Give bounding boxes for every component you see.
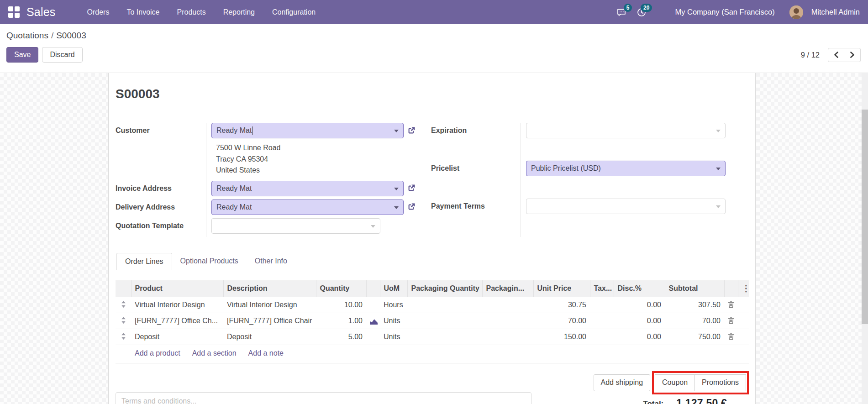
cell-uom[interactable]: Hours xyxy=(380,297,407,313)
cell-description[interactable]: Deposit xyxy=(223,329,316,345)
cell-quantity[interactable]: 5.00 xyxy=(316,329,366,345)
add-shipping-button[interactable]: Add shipping xyxy=(594,374,651,391)
menu-products[interactable]: Products xyxy=(170,1,213,23)
header-unit-price[interactable]: Unit Price xyxy=(533,280,590,297)
chevron-down-icon[interactable] xyxy=(716,168,721,170)
quotation-template-field[interactable] xyxy=(211,218,380,234)
payment-terms-field[interactable] xyxy=(526,199,726,214)
cell-unit-price[interactable]: 150.00 xyxy=(533,329,590,345)
pricelist-field[interactable]: Public Pricelist (USD) xyxy=(526,161,726,176)
cell-discount[interactable]: 0.00 xyxy=(614,313,665,329)
messages-button[interactable]: 5 xyxy=(614,5,629,20)
terms-and-conditions-input[interactable] xyxy=(116,392,531,404)
cell-subtotal[interactable]: 70.00 xyxy=(665,313,724,329)
cell-packaging-quantity[interactable] xyxy=(407,329,482,345)
cell-quantity[interactable]: 10.00 xyxy=(316,297,366,313)
cell-taxes[interactable] xyxy=(590,297,614,313)
header-discount[interactable]: Disc.% xyxy=(614,280,665,297)
header-packaging-quantity[interactable]: Packaging Quantity xyxy=(407,280,482,297)
pager-next-button[interactable] xyxy=(844,48,861,62)
coupon-button[interactable]: Coupon xyxy=(655,374,695,391)
delete-row-icon[interactable] xyxy=(724,329,738,345)
cell-unit-price[interactable]: 30.75 xyxy=(533,297,590,313)
table-row[interactable]: [FURN_7777] Office Ch... [FURN_7777] Off… xyxy=(116,313,749,329)
invoice-address-external-link-icon[interactable] xyxy=(406,184,416,193)
tab-optional-products[interactable]: Optional Products xyxy=(172,253,247,270)
customer-field[interactable]: Ready Mat xyxy=(211,123,404,138)
cell-packaging[interactable] xyxy=(482,297,533,313)
cell-description[interactable]: [FURN_7777] Office Chair xyxy=(223,313,316,329)
scrollbar-thumb[interactable] xyxy=(862,110,868,324)
menu-to-invoice[interactable]: To Invoice xyxy=(120,1,166,23)
expiration-field[interactable] xyxy=(526,123,726,138)
discard-button[interactable]: Discard xyxy=(42,47,82,63)
tab-other-info[interactable]: Other Info xyxy=(247,253,295,270)
cell-description[interactable]: Virtual Interior Design xyxy=(223,297,316,313)
add-a-product-link[interactable]: Add a product xyxy=(135,349,180,357)
tab-order-lines[interactable]: Order Lines xyxy=(116,253,172,270)
save-button[interactable]: Save xyxy=(6,47,38,63)
invoice-address-field[interactable]: Ready Mat xyxy=(211,181,404,196)
header-quantity[interactable]: Quantity xyxy=(316,280,366,297)
cell-uom[interactable]: Units xyxy=(380,313,407,329)
vertical-scrollbar[interactable] xyxy=(862,73,868,404)
pager-previous-button[interactable] xyxy=(828,48,844,62)
delete-row-icon[interactable] xyxy=(724,297,738,313)
cell-taxes[interactable] xyxy=(590,313,614,329)
chevron-down-icon[interactable] xyxy=(371,225,375,228)
delivery-address-field[interactable]: Ready Mat xyxy=(211,199,404,215)
customer-external-link-icon[interactable] xyxy=(406,126,416,136)
cell-packaging[interactable] xyxy=(482,329,533,345)
cell-uom[interactable]: Units xyxy=(380,329,407,345)
promotions-button[interactable]: Promotions xyxy=(695,374,746,391)
add-a-note-link[interactable]: Add a note xyxy=(248,349,284,357)
cell-subtotal[interactable]: 307.50 xyxy=(665,297,724,313)
chevron-down-icon[interactable] xyxy=(394,206,399,209)
chevron-down-icon[interactable] xyxy=(394,188,399,190)
cell-discount[interactable]: 0.00 xyxy=(614,297,665,313)
cell-product[interactable]: [FURN_7777] Office Ch... xyxy=(131,313,223,329)
cell-product[interactable]: Deposit xyxy=(131,329,223,345)
table-row[interactable]: Virtual Interior Design Virtual Interior… xyxy=(116,297,749,313)
menu-configuration[interactable]: Configuration xyxy=(265,1,322,23)
cell-packaging-quantity[interactable] xyxy=(407,297,482,313)
optional-columns-icon[interactable]: ⋮ xyxy=(742,283,750,293)
chevron-down-icon[interactable] xyxy=(716,205,721,208)
user-menu[interactable]: Mitchell Admin xyxy=(811,8,860,16)
menu-reporting[interactable]: Reporting xyxy=(216,1,262,23)
forecast-chart-icon[interactable] xyxy=(366,313,380,329)
drag-handle-icon[interactable] xyxy=(116,297,131,313)
breadcrumb-quotations[interactable]: Quotations xyxy=(6,31,48,40)
user-avatar[interactable] xyxy=(789,5,803,19)
chevron-down-icon[interactable] xyxy=(394,130,399,132)
cell-packaging[interactable] xyxy=(482,313,533,329)
delete-row-icon[interactable] xyxy=(724,313,738,329)
breadcrumb-separator: / xyxy=(51,31,53,40)
cell-packaging-quantity[interactable] xyxy=(407,313,482,329)
header-packaging[interactable]: Packagin... xyxy=(482,280,533,297)
table-row[interactable]: Deposit Deposit 5.00 Units 150.00 0.00 7… xyxy=(116,329,749,345)
chevron-down-icon[interactable] xyxy=(716,130,721,132)
app-brand[interactable]: Sales xyxy=(26,5,56,19)
delivery-address-external-link-icon[interactable] xyxy=(406,202,416,212)
cell-forecast xyxy=(366,329,380,345)
drag-handle-icon[interactable] xyxy=(116,329,131,345)
cell-taxes[interactable] xyxy=(590,329,614,345)
menu-orders[interactable]: Orders xyxy=(80,1,116,23)
header-taxes[interactable]: Tax... xyxy=(590,280,614,297)
cell-subtotal[interactable]: 750.00 xyxy=(665,329,724,345)
header-uom[interactable]: UoM xyxy=(380,280,407,297)
add-a-section-link[interactable]: Add a section xyxy=(192,349,237,357)
header-subtotal[interactable]: Subtotal xyxy=(665,280,724,297)
cell-product[interactable]: Virtual Interior Design xyxy=(131,297,223,313)
header-description[interactable]: Description xyxy=(223,280,316,297)
drag-handle-icon[interactable] xyxy=(116,313,131,329)
header-product[interactable]: Product xyxy=(131,280,223,297)
company-switcher[interactable]: My Company (San Francisco) xyxy=(654,8,784,16)
cell-discount[interactable]: 0.00 xyxy=(614,329,665,345)
page-title: S00003 xyxy=(116,87,748,101)
apps-menu-icon[interactable] xyxy=(8,6,20,18)
cell-quantity[interactable]: 1.00 xyxy=(316,313,366,329)
cell-unit-price[interactable]: 70.00 xyxy=(533,313,590,329)
activities-button[interactable]: 20 xyxy=(634,5,649,20)
